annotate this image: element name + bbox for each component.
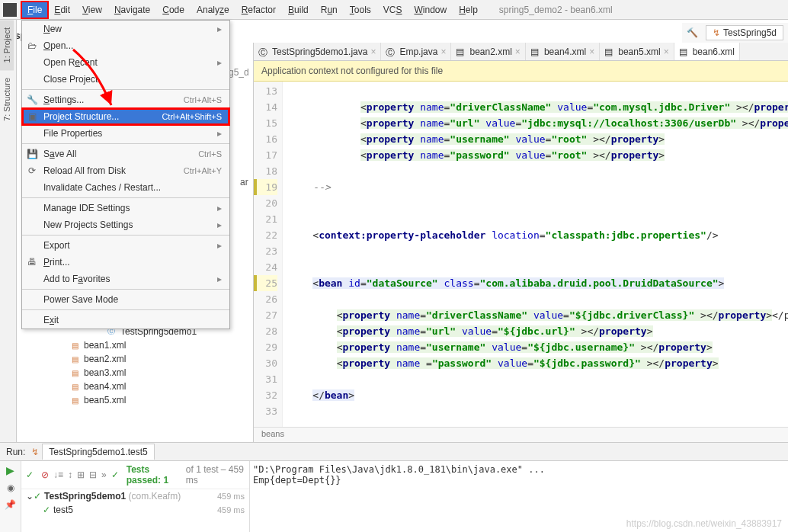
tab-emp[interactable]: ⒸEmp.java×	[381, 43, 451, 60]
menu-window[interactable]: Window	[408, 2, 453, 18]
run-config-selector[interactable]: ↯TestSpring5d	[706, 25, 783, 40]
menu-save-all[interactable]: 💾Save AllCtrl+S	[22, 146, 229, 162]
tab-bean4[interactable]: ▤bean4.xml×	[526, 43, 600, 60]
file-tabs: ⒸTestSpring5demo1.java× ⒸEmp.java× ▤bean…	[254, 43, 788, 61]
test-root[interactable]: ⌄✓TestSpring5demo1 (com.Keafm)459 ms	[21, 489, 249, 503]
tab-testspring5demo1[interactable]: ⒸTestSpring5demo1.java×	[254, 43, 381, 60]
pass-icon[interactable]: ✓	[26, 470, 34, 480]
tree-file-bean1[interactable]: ▤bean1.xml	[17, 338, 253, 352]
tree-file-bean2[interactable]: ▤bean2.xml	[17, 352, 253, 366]
code-area: 1314151617181920212223242526272829303132…	[254, 82, 788, 427]
toolbar-right: 🔨 ↯TestSpring5d	[682, 23, 788, 43]
menu-power-save[interactable]: Power Save Mode	[22, 291, 229, 308]
tree-file-bean3[interactable]: ▤bean3.xml	[17, 366, 253, 380]
run-tab[interactable]: TestSpring5demo1.test5	[42, 444, 154, 460]
xml-icon: ▤	[530, 46, 541, 57]
test-toolbar: ✓ ⊘ ↓≡ ↕ ⊞ ⊟ » ✓Tests passed: 1 of 1 tes…	[21, 461, 249, 489]
build-icon[interactable]: 🔨	[687, 27, 698, 38]
expand-icon[interactable]: ⊞	[77, 470, 85, 480]
structure-icon: ▣	[27, 111, 37, 122]
fail-icon[interactable]: ⊘	[41, 470, 49, 480]
menu-bar: File Edit View Navigate Code Analyze Ref…	[0, 0, 788, 20]
run-header: Run: ↯ TestSpring5demo1.test5	[0, 443, 788, 461]
app-icon	[3, 3, 17, 17]
tab-project[interactable]: 1: Project	[0, 20, 14, 70]
close-icon[interactable]: ×	[370, 46, 376, 57]
menu-file-properties[interactable]: File Properties▸	[22, 125, 229, 142]
xml-icon: ▤	[69, 367, 81, 379]
stop-icon[interactable]: ◉	[7, 482, 14, 493]
menu-manage-ide[interactable]: Manage IDE Settings▸	[22, 200, 229, 216]
menu-edit[interactable]: Edit	[48, 2, 76, 18]
menu-favorites[interactable]: Add to Favorites▸	[22, 271, 229, 287]
menu-exit[interactable]: Exit	[22, 312, 229, 328]
menu-tools[interactable]: Tools	[344, 2, 377, 18]
close-icon[interactable]: ×	[515, 46, 521, 57]
menu-project-structure[interactable]: ▣Project Structure...Ctrl+Alt+Shift+S	[22, 108, 229, 125]
menu-analyze[interactable]: Analyze	[191, 2, 235, 18]
menu-settings[interactable]: 🔧Settings...Ctrl+Alt+S	[22, 91, 229, 108]
xml-icon: ▤	[456, 46, 466, 57]
close-icon[interactable]: ×	[589, 46, 594, 57]
xml-icon: ▤	[69, 394, 81, 406]
tab-bean5[interactable]: ▤bean5.xml×	[600, 43, 674, 60]
left-tool-tabs: 1: Project 7: Structure	[0, 20, 17, 447]
rerun-icon[interactable]: ▶	[6, 464, 14, 476]
menu-refactor[interactable]: Refactor	[235, 2, 282, 18]
run-label: Run:	[6, 447, 25, 457]
breadcrumb[interactable]: beans	[254, 427, 788, 442]
class-icon: Ⓒ	[258, 46, 269, 57]
menu-new-projects[interactable]: New Projects Settings▸	[22, 216, 229, 233]
pin-icon[interactable]: 📌	[5, 499, 16, 510]
test-icon: ↯	[31, 447, 39, 457]
xml-icon: ▤	[679, 46, 690, 57]
test-tree: ✓ ⊘ ↓≡ ↕ ⊞ ⊟ » ✓Tests passed: 1 of 1 tes…	[21, 461, 250, 532]
menu-close-project[interactable]: Close Project	[22, 71, 229, 88]
code-content[interactable]: <property name="driverClassName" value="…	[283, 82, 788, 427]
menu-view[interactable]: View	[76, 2, 108, 18]
window-title: spring5_demo2 - bean6.xml	[499, 5, 613, 15]
tab-structure[interactable]: 7: Structure	[0, 70, 14, 129]
close-icon[interactable]: ×	[664, 46, 669, 57]
watermark: https://blog.csdn.net/weixin_43883917	[626, 518, 782, 529]
menu-export[interactable]: Export▸	[22, 237, 229, 254]
menu-build[interactable]: Build	[282, 2, 315, 18]
menu-invalidate[interactable]: Invalidate Caches / Restart...	[22, 179, 229, 196]
sort-icon[interactable]: ↓≡	[53, 470, 63, 480]
menu-help[interactable]: Help	[453, 2, 484, 18]
close-icon[interactable]: ×	[440, 46, 446, 57]
reload-icon: ⟳	[27, 165, 37, 176]
menu-reload[interactable]: ⟳Reload All from DiskCtrl+Alt+Y	[22, 162, 229, 179]
folder-icon: 🗁	[27, 40, 37, 51]
menu-print[interactable]: 🖶Print...	[22, 254, 229, 271]
editor-area: ⒸTestSpring5demo1.java× ⒸEmp.java× ▤bean…	[253, 43, 788, 442]
collapse-icon[interactable]: ⊟	[89, 470, 97, 480]
tab-bean2[interactable]: ▤bean2.xml×	[451, 43, 525, 60]
xml-icon: ▤	[69, 353, 81, 365]
menu-open[interactable]: 🗁Open...	[22, 37, 229, 54]
menu-open-recent[interactable]: Open Recent▸	[22, 54, 229, 71]
xml-icon: ▤	[69, 380, 81, 393]
class-icon: Ⓒ	[386, 46, 396, 57]
filter-icon[interactable]: ↕	[68, 470, 72, 480]
menu-vcs[interactable]: VCS	[377, 2, 408, 18]
menu-file[interactable]: File	[21, 2, 48, 18]
menu-navigate[interactable]: Navigate	[108, 2, 156, 18]
tree-file-bean5[interactable]: ▤bean5.xml	[17, 393, 253, 407]
tree-file-bean4[interactable]: ▤bean4.xml	[17, 380, 253, 393]
test-icon: ↯	[713, 27, 720, 38]
menu-new[interactable]: New▸	[22, 21, 229, 37]
menu-run[interactable]: Run	[315, 2, 344, 18]
partial-5d: g5_d	[229, 67, 249, 78]
test-child[interactable]: ✓test5459 ms	[21, 503, 249, 517]
xml-icon: ▤	[69, 339, 81, 351]
wrench-icon: 🔧	[27, 95, 37, 105]
output-line: Emp{dept=Dept{}}	[253, 475, 785, 486]
menu-code[interactable]: Code	[156, 2, 191, 18]
gutter: 1314151617181920212223242526272829303132…	[254, 82, 283, 427]
partial-ar: ar	[240, 177, 248, 187]
file-menu-dropdown: New▸ 🗁Open... Open Recent▸ Close Project…	[21, 20, 230, 329]
tab-bean6[interactable]: ▤bean6.xml	[674, 43, 740, 60]
xml-icon: ▤	[604, 46, 615, 57]
save-icon: 💾	[27, 149, 37, 159]
